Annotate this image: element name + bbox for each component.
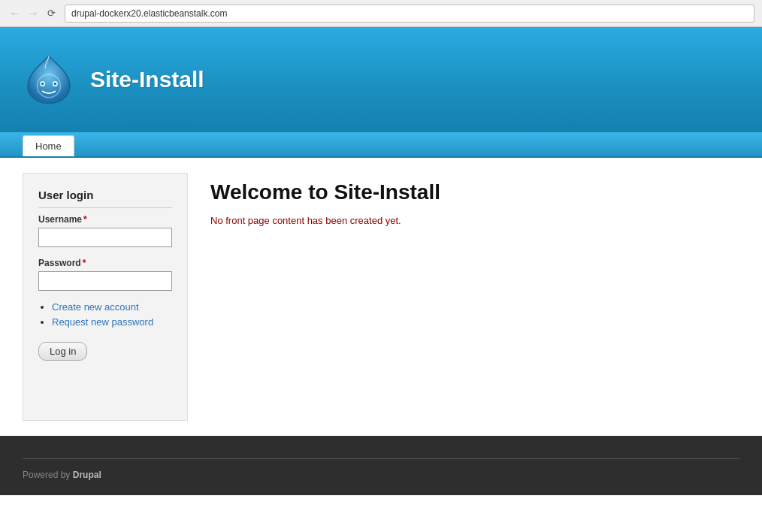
password-group: Password* <box>38 258 172 291</box>
welcome-title: Welcome to Site-Install <box>210 180 717 204</box>
request-password-link[interactable]: Request new password <box>52 316 153 328</box>
refresh-button[interactable]: ⟳ <box>44 6 59 21</box>
nav-tab-home[interactable]: Home <box>23 135 74 156</box>
forward-button[interactable]: → <box>26 6 41 21</box>
request-password-item: Request new password <box>52 316 172 328</box>
username-label: Username* <box>38 214 172 225</box>
create-account-link[interactable]: Create new account <box>52 301 139 313</box>
login-button[interactable]: Log in <box>38 342 87 361</box>
site-header: Site-Install <box>0 27 762 132</box>
welcome-subtitle: No front page content has been created y… <box>210 215 717 226</box>
nav-buttons: ← → ⟳ <box>8 6 59 21</box>
password-required: * <box>83 258 86 268</box>
password-input[interactable] <box>38 271 172 291</box>
back-button[interactable]: ← <box>8 6 23 21</box>
site-nav: Home <box>0 132 762 158</box>
username-input[interactable] <box>38 228 172 247</box>
username-required: * <box>83 214 87 225</box>
main-area: Welcome to Site-Install No front page co… <box>188 173 739 421</box>
svg-point-3 <box>41 83 44 86</box>
browser-chrome: ← → ⟳ <box>0 0 762 27</box>
site-footer: Powered by Drupal <box>0 436 762 495</box>
drupal-logo <box>23 53 75 106</box>
password-label: Password* <box>38 258 172 268</box>
username-group: Username* <box>38 214 172 247</box>
create-account-item: Create new account <box>52 301 172 313</box>
page-content: User login Username* Password* Create ne… <box>0 158 762 436</box>
footer-divider <box>23 458 739 459</box>
footer-brand: Drupal <box>73 470 101 480</box>
footer-text: Powered by Drupal <box>23 470 739 480</box>
address-bar[interactable] <box>65 5 754 23</box>
login-sidebar: User login Username* Password* Create ne… <box>23 173 188 421</box>
svg-point-4 <box>54 83 57 86</box>
login-title: User login <box>38 189 172 208</box>
site-title: Site-Install <box>90 67 204 92</box>
form-links-list: Create new account Request new password <box>38 301 172 328</box>
